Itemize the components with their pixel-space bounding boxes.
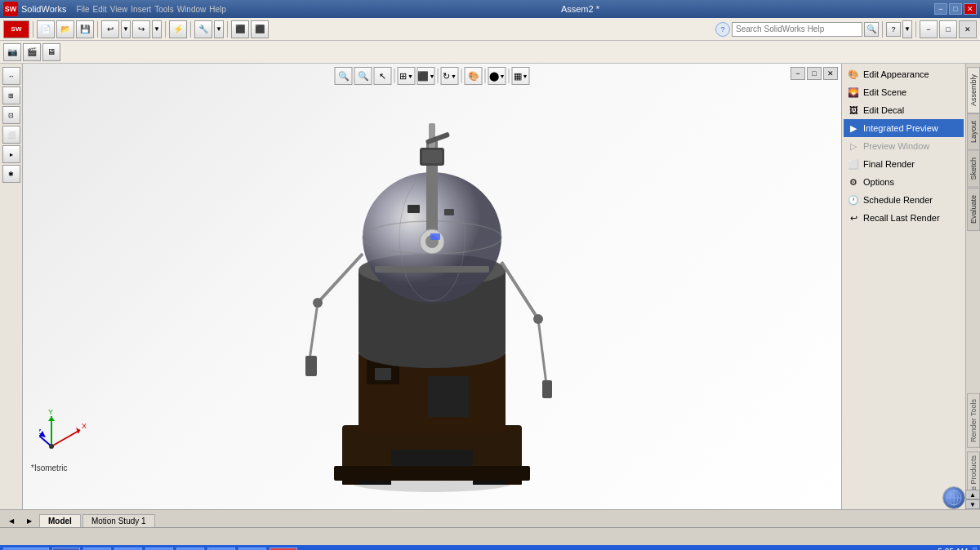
svg-point-46	[49, 444, 54, 449]
edit-scene-icon: 🌄	[847, 86, 860, 99]
right-panel: 🎨 Edit Appearance 🌄 Edit Scene 🖼 Edit De…	[841, 64, 980, 509]
maximize-btn[interactable]: □	[949, 3, 962, 15]
open-btn[interactable]: 📂	[56, 20, 74, 38]
vtab-evaluate[interactable]: Evaluate	[967, 188, 980, 231]
window-controls[interactable]: − □ ✕	[934, 3, 977, 15]
render-tools-label-area: Render Tools	[967, 387, 980, 448]
search-input[interactable]	[732, 22, 862, 37]
toolbar-sep-1	[33, 21, 33, 38]
vp-maximize-btn[interactable]: □	[807, 67, 822, 80]
tab-motion-study-1[interactable]: Motion Study 1	[82, 514, 155, 527]
menu-edit[interactable]: Edit	[93, 5, 107, 14]
undo-dropdown[interactable]: ▼	[121, 20, 131, 38]
left-btn-1[interactable]: ↔	[2, 67, 20, 85]
svg-line-23	[310, 303, 318, 360]
tab-nav-left[interactable]: ◀	[3, 514, 20, 527]
vertical-tab-strip: Assembly Layout Sketch Evaluate Render T…	[965, 64, 980, 509]
menu-insert[interactable]: Insert	[131, 5, 151, 14]
menu-window[interactable]: Window	[177, 5, 207, 14]
sw-logo: SW	[3, 2, 18, 16]
render-tools-item-edit-decal[interactable]: 🖼 Edit Decal	[844, 101, 964, 119]
render-tools-item-edit-scene[interactable]: 🌄 Edit Scene	[844, 83, 964, 101]
minimize-btn[interactable]: −	[934, 3, 947, 15]
help-icon[interactable]: ?	[715, 22, 730, 37]
search-btn[interactable]: 🔍	[864, 22, 879, 37]
panel-scroll: ▲ ▼	[965, 490, 980, 509]
viewport[interactable]: 🔍 🔍 ↖ ⊞▼ ⬛▼ ↻▼ 🎨 ⬤▼ ▦▼ − □ ✕	[23, 64, 841, 509]
main-layout: ↔ ⊞ ⊡ ⬜ ▸ ✱ 🔍 🔍 ↖ ⊞▼ ⬛▼ ↻▼ 🎨 ⬤▼ ▦▼ − □	[0, 64, 980, 509]
svg-line-22	[318, 254, 363, 303]
extra-btn2[interactable]: ⬛	[251, 20, 269, 38]
rebuild-btn[interactable]: ⚡	[169, 20, 187, 38]
save-btn[interactable]: 💾	[76, 20, 94, 38]
redo-dropdown[interactable]: ▼	[152, 20, 162, 38]
svg-text:Y: Y	[48, 410, 53, 416]
render-tools-item-recall[interactable]: ↩ Recall Last Render	[844, 209, 964, 227]
globe-icon	[946, 490, 962, 506]
photo-btn[interactable]: 📷	[3, 43, 21, 61]
undo-btn[interactable]: ↩	[101, 20, 119, 38]
scroll-up-btn[interactable]: ▲	[965, 490, 980, 499]
new-btn[interactable]: 📄	[37, 20, 55, 38]
tab-nav-right[interactable]: ▶	[21, 514, 38, 527]
options-btn[interactable]: 🔧	[194, 20, 212, 38]
film-btn[interactable]: 🎬	[23, 43, 41, 61]
schedule-render-icon: 🕐	[847, 193, 860, 206]
render-tools-item-edit-appearance[interactable]: 🎨 Edit Appearance	[844, 65, 964, 83]
restore-panel-btn[interactable]: □	[939, 20, 957, 38]
render-tools-item-final-render[interactable]: ⬜ Final Render	[844, 155, 964, 173]
svg-rect-10	[428, 376, 469, 417]
menu-view[interactable]: View	[110, 5, 128, 14]
left-btn-3[interactable]: ⊡	[2, 106, 20, 124]
vtab-assembly[interactable]: Assembly	[967, 67, 980, 113]
left-panel: ↔ ⊞ ⊡ ⬜ ▸ ✱	[0, 64, 23, 509]
tab-model[interactable]: Model	[39, 514, 81, 527]
extra-btn1[interactable]: ⬛	[231, 20, 249, 38]
left-btn-5[interactable]: ▸	[2, 145, 20, 163]
svg-rect-9	[375, 368, 391, 380]
edit-decal-icon: 🖼	[847, 104, 860, 117]
svg-rect-6	[473, 481, 506, 485]
render-tools-item-options[interactable]: ⚙ Options	[844, 173, 964, 191]
toolbar-sep-2	[97, 21, 98, 38]
vtab-sketch[interactable]: Sketch	[967, 150, 980, 188]
help-dropdown[interactable]: ▼	[902, 20, 912, 38]
final-render-icon: ⬜	[847, 157, 860, 171]
left-btn-6[interactable]: ✱	[2, 165, 20, 183]
left-btn-4[interactable]: ⬜	[2, 126, 20, 144]
display-btn[interactable]: 🖥	[42, 43, 60, 61]
svg-rect-29	[542, 380, 552, 398]
svg-point-28	[533, 314, 543, 324]
sw-menu-btn[interactable]: SW	[3, 20, 29, 38]
svg-marker-41	[48, 416, 55, 421]
redo-btn[interactable]: ↪	[132, 20, 150, 38]
3d-model-display	[293, 74, 571, 499]
toolbar-sep-5	[227, 21, 228, 38]
menu-help[interactable]: Help	[209, 5, 226, 14]
taskbar-clock: 5:25 AM 10/17/2012	[931, 547, 968, 550]
menu-tools[interactable]: Tools	[154, 5, 173, 14]
svg-rect-5	[359, 481, 391, 485]
vp-minimize-btn[interactable]: −	[791, 67, 805, 80]
render-tools-item-schedule[interactable]: 🕐 Schedule Render	[844, 191, 964, 209]
scroll-down-btn[interactable]: ▼	[965, 499, 980, 509]
svg-rect-32	[375, 266, 489, 273]
help-btn[interactable]: ?	[886, 22, 901, 37]
render-tools-item-preview-window[interactable]: ▷ Preview Window	[844, 137, 964, 155]
minimize-panel-btn[interactable]: −	[920, 20, 938, 38]
coordinate-triad: X Y Z	[39, 410, 88, 460]
menu-file[interactable]: File	[76, 5, 89, 14]
options-dropdown[interactable]: ▼	[214, 20, 224, 38]
svg-rect-25	[305, 356, 317, 376]
close-btn[interactable]: ✕	[964, 3, 977, 15]
svg-text:X: X	[82, 422, 87, 430]
close-panel-btn[interactable]: ✕	[959, 20, 977, 38]
edit-appearance-icon: 🎨	[847, 68, 860, 81]
left-btn-2[interactable]: ⊞	[2, 86, 20, 104]
vp-close-btn[interactable]: ✕	[823, 67, 838, 80]
toolbar-sep-right2	[915, 21, 916, 38]
svg-rect-34	[444, 209, 454, 215]
view-navigator-btn[interactable]	[942, 486, 965, 509]
render-tools-item-integrated-preview[interactable]: ▶ Integrated Preview	[844, 119, 964, 137]
vtab-layout[interactable]: Layout	[967, 113, 980, 150]
